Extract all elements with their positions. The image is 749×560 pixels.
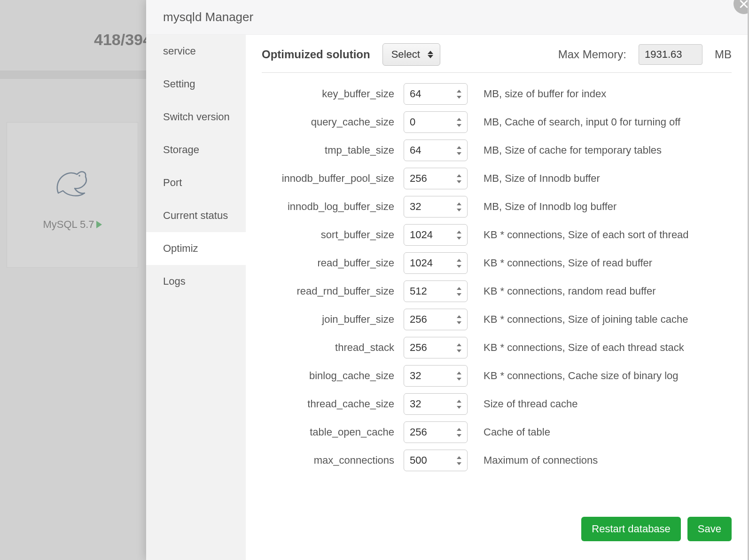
stepper-down-icon[interactable]	[456, 377, 462, 381]
stepper-up-icon[interactable]	[456, 117, 462, 122]
param-input-read_rnd_buffer_size[interactable]	[404, 280, 468, 302]
param-label-max_connections: max_connections	[262, 454, 394, 467]
stepper-down-icon[interactable]	[456, 292, 462, 297]
param-value-tmp_table_size[interactable]	[410, 144, 447, 156]
param-input-tmp_table_size[interactable]	[404, 140, 468, 161]
stepper-down-icon[interactable]	[456, 208, 462, 212]
stepper-up-icon[interactable]	[456, 145, 462, 150]
optimize-pane: Optimuized solution Select Max Memory: M…	[246, 35, 748, 560]
disk-counter: 418/394	[94, 31, 152, 49]
param-label-key_buffer_size: key_buffer_size	[262, 88, 394, 100]
save-button[interactable]: Save	[687, 517, 732, 541]
stepper-down-icon[interactable]	[456, 320, 462, 325]
sidebar-item-optimiz[interactable]: Optimiz	[146, 232, 246, 265]
param-desc-thread_stack: KB * connections, Size of each thread st…	[484, 342, 732, 354]
stepper-up-icon[interactable]	[456, 455, 462, 460]
select-arrows-icon	[428, 51, 433, 58]
param-desc-binlog_cache_size: KB * connections, Cache size of binary l…	[484, 370, 732, 382]
param-value-read_rnd_buffer_size[interactable]	[410, 285, 447, 297]
sidebar-item-service[interactable]: service	[146, 35, 246, 68]
param-desc-max_connections: Maximum of connections	[484, 454, 732, 467]
param-input-innodb_log_buffer_size[interactable]	[404, 196, 468, 218]
param-input-binlog_cache_size[interactable]	[404, 365, 468, 387]
parameters-grid: key_buffer_sizeMB, size of buffer for in…	[262, 83, 732, 471]
mysql-card-label: MySQL 5.7	[43, 218, 94, 231]
param-label-join_buffer_size: join_buffer_size	[262, 313, 394, 326]
param-desc-query_cache_size: MB, Cache of search, input 0 for turning…	[484, 116, 732, 128]
stepper-down-icon[interactable]	[456, 151, 462, 156]
param-desc-tmp_table_size: MB, Size of cache for temporary tables	[484, 144, 732, 156]
stepper-up-icon[interactable]	[456, 258, 462, 263]
param-input-key_buffer_size[interactable]	[404, 83, 468, 105]
stepper-down-icon[interactable]	[456, 95, 462, 100]
stepper-up-icon[interactable]	[456, 314, 462, 319]
stepper-down-icon[interactable]	[456, 123, 462, 128]
stepper-down-icon[interactable]	[456, 461, 462, 466]
stepper-up-icon[interactable]	[456, 202, 462, 206]
stepper-down-icon[interactable]	[456, 433, 462, 438]
stepper-down-icon[interactable]	[456, 179, 462, 184]
param-value-key_buffer_size[interactable]	[410, 88, 447, 100]
sidebar-item-setting[interactable]: Setting	[146, 68, 246, 101]
stepper-up-icon[interactable]	[456, 173, 462, 178]
param-value-join_buffer_size[interactable]	[410, 313, 447, 326]
mysql-service-card: MySQL 5.7	[7, 122, 138, 268]
stepper-up-icon[interactable]	[456, 230, 462, 234]
max-memory-unit: MB	[715, 48, 732, 61]
sidebar-item-logs[interactable]: Logs	[146, 265, 246, 298]
sidebar-item-current-status[interactable]: Current status	[146, 199, 246, 232]
param-input-sort_buffer_size[interactable]	[404, 224, 468, 246]
param-value-table_open_cache[interactable]	[410, 426, 447, 438]
param-value-thread_stack[interactable]	[410, 342, 447, 354]
param-label-read_buffer_size: read_buffer_size	[262, 257, 394, 269]
param-label-thread_stack: thread_stack	[262, 342, 394, 354]
param-value-binlog_cache_size[interactable]	[410, 370, 447, 382]
optimized-solution-label: Optimuized solution	[262, 48, 370, 61]
stepper-up-icon[interactable]	[456, 427, 462, 432]
stepper-up-icon[interactable]	[456, 399, 462, 404]
param-value-thread_cache_size[interactable]	[410, 398, 447, 410]
param-label-table_open_cache: table_open_cache	[262, 426, 394, 438]
param-label-binlog_cache_size: binlog_cache_size	[262, 370, 394, 382]
optimize-topbar: Optimuized solution Select Max Memory: M…	[262, 43, 732, 73]
param-input-join_buffer_size[interactable]	[404, 309, 468, 330]
param-value-read_buffer_size[interactable]	[410, 257, 447, 269]
param-desc-join_buffer_size: KB * connections, Size of joining table …	[484, 313, 732, 326]
stepper-down-icon[interactable]	[456, 349, 462, 353]
param-input-read_buffer_size[interactable]	[404, 252, 468, 274]
param-input-innodb_buffer_pool_size[interactable]	[404, 168, 468, 189]
stepper-up-icon[interactable]	[456, 342, 462, 347]
param-input-table_open_cache[interactable]	[404, 421, 468, 443]
param-desc-key_buffer_size: MB, size of buffer for index	[484, 88, 732, 100]
param-input-thread_cache_size[interactable]	[404, 393, 468, 415]
param-input-query_cache_size[interactable]	[404, 111, 468, 133]
stepper-down-icon[interactable]	[456, 264, 462, 269]
param-value-innodb_buffer_pool_size[interactable]	[410, 172, 447, 185]
sidebar-item-storage[interactable]: Storage	[146, 133, 246, 166]
stepper-up-icon[interactable]	[456, 89, 462, 93]
restart-database-button[interactable]: Restart database	[581, 517, 681, 541]
param-value-sort_buffer_size[interactable]	[410, 229, 447, 241]
play-icon	[96, 221, 102, 228]
dolphin-icon	[54, 165, 91, 198]
param-desc-read_buffer_size: KB * connections, Size of read buffer	[484, 257, 732, 269]
param-label-innodb_buffer_pool_size: innodb_buffer_pool_size	[262, 172, 394, 185]
max-memory-value	[639, 44, 702, 65]
max-memory-label: Max Memory:	[558, 48, 626, 61]
sidebar-item-switch-version[interactable]: Switch version	[146, 101, 246, 133]
param-value-query_cache_size[interactable]	[410, 116, 447, 128]
svg-point-0	[78, 175, 80, 177]
sidebar-item-port[interactable]: Port	[146, 166, 246, 199]
optimized-solution-value: Select	[391, 48, 420, 61]
stepper-down-icon[interactable]	[456, 405, 462, 410]
optimized-solution-select[interactable]: Select	[382, 43, 440, 66]
param-input-max_connections[interactable]	[404, 450, 468, 471]
param-desc-innodb_log_buffer_size: MB, Size of Innodb log buffer	[484, 201, 732, 213]
stepper-up-icon[interactable]	[456, 286, 462, 291]
sidebar: serviceSettingSwitch versionStoragePortC…	[146, 35, 246, 560]
param-value-innodb_log_buffer_size[interactable]	[410, 201, 447, 213]
stepper-up-icon[interactable]	[456, 371, 462, 375]
param-input-thread_stack[interactable]	[404, 337, 468, 358]
stepper-down-icon[interactable]	[456, 236, 462, 241]
param-value-max_connections[interactable]	[410, 454, 447, 467]
